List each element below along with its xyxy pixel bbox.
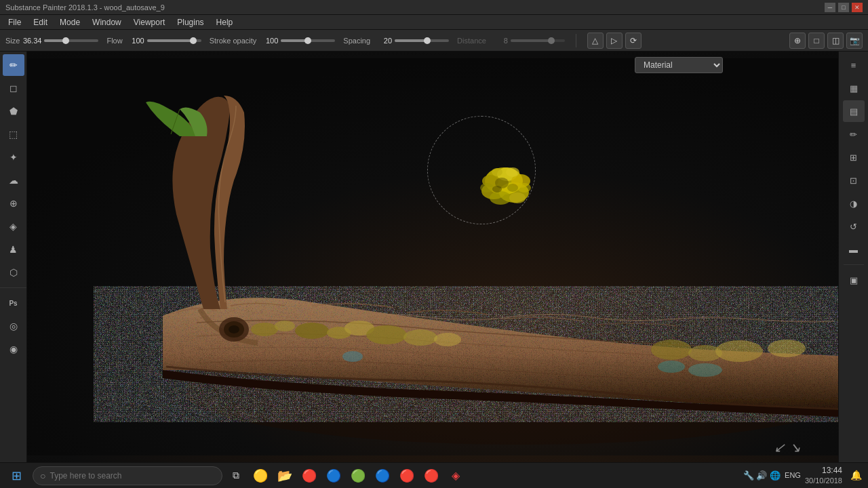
viewport[interactable]: Material Base Color Metallic Roughness N… [27, 52, 838, 462]
panel-plugin[interactable]: ▣ [843, 269, 865, 291]
screenshot-btn[interactable]: 📷 [846, 33, 863, 49]
material-dropdown[interactable]: Material Base Color Metallic Roughness N… [635, 57, 723, 73]
tool-paint[interactable]: ✏ [3, 54, 24, 76]
svg-point-8 [403, 329, 437, 346]
menu-plugins[interactable]: Plugins [172, 16, 209, 28]
tool-photoshop[interactable]: Ps [3, 292, 24, 314]
flow-slider[interactable] [147, 39, 201, 42]
taskbar-task-view[interactable]: ⧉ [225, 465, 247, 487]
panel-log[interactable]: ▬ [843, 239, 865, 260]
tool-material-picker[interactable]: ◎ [3, 315, 24, 337]
camera-persp-btn[interactable]: ⊕ [789, 33, 806, 49]
svg-point-13 [768, 340, 806, 357]
panel-layers[interactable]: ▤ [843, 100, 865, 122]
tool-smudge[interactable]: ☁ [3, 169, 24, 191]
menu-help[interactable]: Help [211, 16, 239, 28]
tool-stencil[interactable]: ⬡ [3, 262, 24, 283]
taskbar-language[interactable]: ENG [785, 471, 801, 479]
spacing-group: Spacing 20 [343, 37, 449, 45]
axis-text: ↙ ↘ [774, 440, 801, 455]
symmetry-z-btn[interactable]: ⟳ [625, 33, 642, 49]
menu-mode[interactable]: Mode [54, 16, 85, 28]
svg-point-14 [342, 351, 363, 362]
taskbar-system-icons: 🔧 🔊 🌐 [743, 470, 781, 481]
tool-fill[interactable]: ◈ [3, 216, 24, 237]
symmetry-group: △ ▷ ⟳ [587, 33, 642, 49]
svg-point-3 [275, 321, 295, 331]
clock-time: 13:44 [805, 466, 842, 476]
menu-window[interactable]: Window [87, 16, 127, 28]
right-panel-divider [844, 264, 864, 265]
symmetry-x-btn[interactable]: △ [587, 33, 604, 49]
distance-slider[interactable] [511, 39, 565, 42]
panel-histogram[interactable]: ▦ [843, 77, 865, 99]
flow-value: 100 [125, 37, 144, 45]
flow-group: Flow 100 [106, 37, 201, 45]
panel-export[interactable]: ⊡ [843, 169, 865, 191]
taskbar-app-2[interactable]: 📂 [274, 465, 296, 487]
tool-selection[interactable]: ⬚ [3, 123, 24, 145]
panel-properties[interactable]: ≡ [843, 54, 865, 76]
taskbar-app-6[interactable]: 🔵 [372, 465, 393, 487]
camera-side-btn[interactable]: ◫ [827, 33, 844, 49]
wood-scene-svg [27, 52, 838, 462]
material-select[interactable]: Material Base Color Metallic Roughness N… [635, 57, 723, 73]
svg-point-12 [715, 340, 763, 362]
camera-group: ⊕ □ ◫ 📷 [789, 33, 863, 49]
menu-bar: File Edit Mode Window Viewport Plugins H… [0, 15, 868, 30]
scene-canvas: Material Base Color Metallic Roughness N… [27, 52, 838, 462]
spacing-label: Spacing [343, 37, 370, 45]
taskbar-substance[interactable]: ◈ [445, 465, 467, 487]
panel-bake[interactable]: ◑ [843, 192, 865, 214]
taskbar-app-7[interactable]: 🔴 [396, 465, 418, 487]
menu-edit[interactable]: Edit [28, 16, 53, 28]
taskbar: ⊞ ○ ⧉ 🟡 📂 🔴 🔵 🟢 🔵 🔴 🔴 ◈ 🔧 🔊 🌐 ENG 13:44 … [0, 462, 868, 488]
taskbar-app-8[interactable]: 🔴 [420, 465, 442, 487]
camera-ortho-btn[interactable]: □ [808, 33, 825, 49]
taskbar-app-3[interactable]: 🔴 [298, 465, 320, 487]
size-group: Size 36.34 [5, 37, 98, 45]
tool-color-picker[interactable]: ⊕ [3, 192, 24, 214]
notification-button[interactable]: 🔔 [846, 466, 865, 485]
search-bar[interactable]: ○ [33, 466, 222, 485]
tool-divider [0, 287, 26, 288]
tool-polygon-fill[interactable]: ⬟ [3, 100, 24, 122]
stroke-opacity-slider[interactable] [281, 39, 335, 42]
minimize-button[interactable]: ─ [825, 3, 835, 12]
maximize-button[interactable]: □ [838, 3, 849, 12]
stroke-opacity-value: 100 [259, 37, 278, 45]
stroke-opacity-label: Stroke opacity [210, 37, 257, 45]
distance-value: 8 [489, 37, 508, 45]
menu-viewport[interactable]: Viewport [128, 16, 170, 28]
tool-clone-stamp[interactable]: ✦ [3, 146, 24, 168]
start-button[interactable]: ⊞ [3, 464, 30, 487]
windows-icon: ⊞ [12, 468, 22, 483]
panel-channels[interactable]: ⊞ [843, 146, 865, 168]
symmetry-y-btn[interactable]: ▷ [606, 33, 623, 49]
search-input[interactable] [50, 471, 185, 481]
size-slider[interactable] [44, 39, 98, 42]
tool-projection[interactable]: ♟ [3, 239, 24, 260]
right-panel: ≡ ▦ ▤ ✏ ⊞ ⊡ ◑ ↺ ▬ ▣ [838, 52, 868, 462]
size-label: Size [5, 37, 20, 45]
svg-point-7 [366, 325, 407, 344]
tool-layer[interactable]: ◉ [3, 338, 24, 360]
panel-history[interactable]: ↺ [843, 216, 865, 237]
clock-date: 30/10/2018 [805, 476, 842, 485]
spacing-slider[interactable] [395, 39, 449, 42]
menu-file[interactable]: File [3, 16, 26, 28]
axis-indicator: ↙ ↘ [774, 439, 801, 455]
toolbar-divider [576, 34, 576, 47]
main-area: ✏ ◻ ⬟ ⬚ ✦ ☁ ⊕ ◈ ♟ ⬡ Ps ◎ ◉ [0, 52, 868, 462]
clock: 13:44 30/10/2018 [805, 466, 842, 486]
tool-eraser[interactable]: ◻ [3, 77, 24, 99]
panel-brush[interactable]: ✏ [843, 123, 865, 145]
close-button[interactable]: ✕ [852, 3, 863, 12]
taskbar-app-5[interactable]: 🟢 [347, 465, 369, 487]
spacing-value: 20 [373, 37, 392, 45]
taskbar-app-4[interactable]: 🔵 [323, 465, 344, 487]
title-bar-title: Substance Painter 2018.1.3 - wood_autosa… [5, 3, 165, 12]
taskbar-right: 🔧 🔊 🌐 ENG 13:44 30/10/2018 🔔 [743, 466, 865, 486]
svg-point-10 [651, 340, 692, 360]
taskbar-app-1[interactable]: 🟡 [250, 465, 271, 487]
